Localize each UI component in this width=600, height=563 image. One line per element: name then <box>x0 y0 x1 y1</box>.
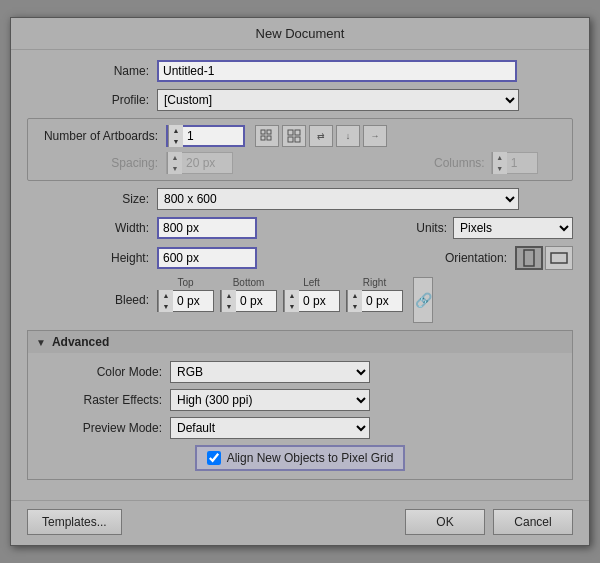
profile-label: Profile: <box>27 93 157 107</box>
artboards-section: Number of Artboards: ▲ ▼ <box>27 118 573 181</box>
size-row: Size: 800 x 600 1024 x 768 1280 x 800 19… <box>27 188 573 210</box>
bleed-bottom-input[interactable] <box>236 290 276 312</box>
arrange-icon-btn[interactable]: ⇄ <box>309 125 333 147</box>
bleed-top-spinner[interactable]: ▲ ▼ <box>157 290 214 312</box>
raster-effects-select[interactable]: High (300 ppi) Medium (150 ppi) Screen (… <box>170 389 370 411</box>
svg-rect-5 <box>295 130 300 135</box>
bleed-bottom-label: Bottom <box>233 277 265 288</box>
bleed-top-up[interactable]: ▲ <box>159 290 173 301</box>
pixel-grid-label: Align New Objects to Pixel Grid <box>227 451 394 465</box>
units-select[interactable]: Pixels Inches Millimeters Centimeters Po… <box>453 217 573 239</box>
ok-button[interactable]: OK <box>405 509 485 535</box>
flow-icon-btn[interactable]: ↓ <box>336 125 360 147</box>
spacing-spinner: ▲ ▼ <box>166 152 233 174</box>
bleed-left-label: Left <box>303 277 320 288</box>
raster-effects-row: Raster Effects: High (300 ppi) Medium (1… <box>40 389 560 411</box>
cancel-button[interactable]: Cancel <box>493 509 573 535</box>
bleed-left-down[interactable]: ▼ <box>285 301 299 312</box>
grid-icon-btn[interactable] <box>255 125 279 147</box>
advanced-header[interactable]: ▼ Advanced <box>28 331 572 353</box>
bleed-top-down[interactable]: ▼ <box>159 301 173 312</box>
columns-up-arrow[interactable]: ▲ <box>493 152 507 163</box>
bleed-left-up[interactable]: ▲ <box>285 290 299 301</box>
size-select[interactable]: 800 x 600 1024 x 768 1280 x 800 1920 x 1… <box>157 188 519 210</box>
artboards-label: Number of Artboards: <box>36 129 166 143</box>
bleed-label: Bleed: <box>77 293 157 307</box>
artboards-spinner[interactable]: ▲ ▼ <box>166 125 245 147</box>
bleed-top-field: Top ▲ ▼ <box>157 277 214 323</box>
bleed-right-up[interactable]: ▲ <box>348 290 362 301</box>
columns-arrows[interactable]: ▲ ▼ <box>492 152 507 174</box>
dialog-title: New Document <box>11 18 589 50</box>
spacing-arrows[interactable]: ▲ ▼ <box>167 152 182 174</box>
bleed-right-field: Right ▲ ▼ <box>346 277 403 323</box>
templates-button[interactable]: Templates... <box>27 509 122 535</box>
pixel-grid-checkbox-label[interactable]: Align New Objects to Pixel Grid <box>195 445 406 471</box>
svg-rect-8 <box>524 250 534 266</box>
dialog-body: Name: Profile: [Custom] Print Web Mobile… <box>11 50 589 500</box>
bleed-right-label: Right <box>363 277 386 288</box>
profile-row: Profile: [Custom] Print Web Mobile Film … <box>27 89 573 111</box>
portrait-button[interactable] <box>515 246 543 270</box>
bleed-right-arrows[interactable]: ▲ ▼ <box>347 290 362 312</box>
columns-label: Columns: <box>434 156 491 170</box>
dialog-footer: Templates... OK Cancel <box>11 500 589 545</box>
svg-rect-3 <box>267 136 271 140</box>
bleed-right-input[interactable] <box>362 290 402 312</box>
grid2-icon <box>287 129 301 143</box>
spacing-columns-row: Spacing: ▲ ▼ Columns: ▲ ▼ <box>36 152 564 174</box>
advanced-title: Advanced <box>52 335 109 349</box>
bleed-left-arrows[interactable]: ▲ ▼ <box>284 290 299 312</box>
bleed-right-spinner[interactable]: ▲ ▼ <box>346 290 403 312</box>
bleed-right-down[interactable]: ▼ <box>348 301 362 312</box>
color-mode-row: Color Mode: RGB CMYK Grayscale <box>40 361 560 383</box>
artboards-down-arrow[interactable]: ▼ <box>169 136 183 147</box>
svg-rect-2 <box>261 136 265 140</box>
bleed-bottom-down[interactable]: ▼ <box>222 301 236 312</box>
bleed-top-input[interactable] <box>173 290 213 312</box>
svg-rect-9 <box>551 253 567 263</box>
artboard-icons: ⇄ ↓ → <box>255 125 387 147</box>
columns-spinner: ▲ ▼ <box>491 152 538 174</box>
advanced-section: ▼ Advanced Color Mode: RGB CMYK Grayscal… <box>27 330 573 480</box>
width-input[interactable] <box>157 217 257 239</box>
bleed-bottom-field: Bottom ▲ ▼ <box>220 277 277 323</box>
footer-right: OK Cancel <box>405 509 573 535</box>
landscape-button[interactable] <box>545 246 573 270</box>
orientation-area: Orientation: <box>445 246 573 270</box>
svg-rect-0 <box>261 130 265 134</box>
grid2-icon-btn[interactable] <box>282 125 306 147</box>
bleed-left-spinner[interactable]: ▲ ▼ <box>283 290 340 312</box>
right-arrow-icon-btn[interactable]: → <box>363 125 387 147</box>
bleed-top-label: Top <box>177 277 193 288</box>
artboards-input[interactable] <box>183 125 243 147</box>
bleed-left-field: Left ▲ ▼ <box>283 277 340 323</box>
artboards-up-arrow[interactable]: ▲ <box>169 125 183 136</box>
pixel-grid-row: Align New Objects to Pixel Grid <box>40 445 560 471</box>
size-label: Size: <box>27 192 157 206</box>
preview-mode-row: Preview Mode: Default Pixel Overprint <box>40 417 560 439</box>
height-input[interactable] <box>157 247 257 269</box>
preview-mode-label: Preview Mode: <box>40 421 170 435</box>
color-mode-label: Color Mode: <box>40 365 170 379</box>
pixel-grid-checkbox[interactable] <box>207 451 221 465</box>
artboards-arrows[interactable]: ▲ ▼ <box>168 125 183 147</box>
bleed-link-button[interactable]: 🔗 <box>413 277 433 323</box>
spacing-label: Spacing: <box>36 156 166 170</box>
bleed-bottom-arrows[interactable]: ▲ ▼ <box>221 290 236 312</box>
spacing-up-arrow[interactable]: ▲ <box>168 152 182 163</box>
new-document-dialog: New Document Name: Profile: [Custom] Pri… <box>10 17 590 546</box>
spacing-down-arrow[interactable]: ▼ <box>168 163 182 174</box>
orientation-label: Orientation: <box>445 251 513 265</box>
bleed-row: Bleed: Top ▲ ▼ Bottom <box>27 277 573 323</box>
name-input[interactable] <box>157 60 517 82</box>
bleed-bottom-up[interactable]: ▲ <box>222 290 236 301</box>
bleed-left-input[interactable] <box>299 290 339 312</box>
height-label: Height: <box>27 251 157 265</box>
preview-mode-select[interactable]: Default Pixel Overprint <box>170 417 370 439</box>
color-mode-select[interactable]: RGB CMYK Grayscale <box>170 361 370 383</box>
bleed-bottom-spinner[interactable]: ▲ ▼ <box>220 290 277 312</box>
profile-select[interactable]: [Custom] Print Web Mobile Film & Video B… <box>157 89 519 111</box>
bleed-top-arrows[interactable]: ▲ ▼ <box>158 290 173 312</box>
columns-down-arrow[interactable]: ▼ <box>493 163 507 174</box>
